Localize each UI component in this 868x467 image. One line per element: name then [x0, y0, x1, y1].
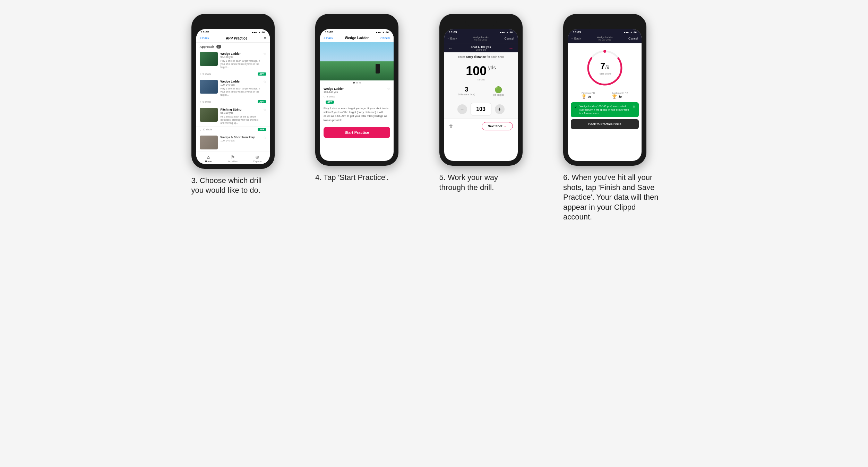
svg-point-2 [603, 50, 606, 53]
target-yds-row: 100 yds [444, 65, 518, 77]
phone4-time: 13:02 [325, 31, 333, 34]
drill-thumb-3 [200, 136, 218, 149]
caption3-number: 3. [191, 176, 198, 185]
shot-value[interactable]: 103 [471, 103, 491, 115]
tab-home[interactable]: ⌂ Home [196, 154, 221, 163]
next-shot-arrow[interactable]: → [509, 45, 514, 51]
drill-star-1[interactable]: ☆ [263, 80, 266, 84]
phone3-time: 13:02 [201, 31, 209, 34]
phone4-status-bar: 13:02 ●●● ▲ 46 [320, 29, 394, 35]
drill-item-2[interactable]: Pitching String 55-100 yds Hit 1 shot at… [196, 106, 270, 127]
next-shot-arrow-icon: → [504, 124, 507, 128]
phone4-status-icons: ●●● ▲ 46 [376, 31, 389, 34]
dot-1 [353, 82, 355, 84]
signal-icon-4: ●●● [376, 31, 381, 34]
clock-icon-d: ○ [324, 95, 325, 98]
phone6-status-icons: ●●● ▲ 46 [624, 31, 637, 34]
phone4-navbar: < Back Wedge Ladder Cancel [320, 35, 394, 42]
drill-shots-0: ○ 9 shots [200, 72, 211, 76]
phone4-back[interactable]: < Back [324, 36, 333, 40]
signal-icon-6: ●●● [624, 31, 629, 34]
delete-shot-icon[interactable]: 🗑 [449, 124, 453, 129]
next-shot-bar: 🗑 Next Shot → [444, 118, 518, 134]
shot-score: Score 5/9 [471, 49, 491, 51]
next-shot-button[interactable]: Next Shot → [482, 122, 513, 130]
drill-shots-2: ○ 10 shots [200, 128, 213, 131]
phone6-cancel[interactable]: Cancel [628, 37, 638, 40]
stat-hit-target: 🟢 Hit Target [493, 86, 504, 96]
drill-thumb-img-3 [200, 136, 218, 149]
phone5-screen: 13:03 ●●● ▲ 46 < Back Wedge Ladder 06 Ma… [444, 29, 518, 161]
phone5-time: 13:03 [449, 31, 457, 34]
drill-star-0[interactable]: ☆ [263, 52, 266, 56]
phone5-notch [465, 19, 497, 26]
success-close-icon[interactable]: ✕ [633, 105, 635, 109]
drill-star-2[interactable]: ☆ [263, 108, 266, 112]
phone4-nav-title: Wedge Ladder [345, 36, 369, 40]
phone3-caption: 3. Choose which drill you would like to … [191, 176, 275, 196]
score-circle: 7/9 Total Score [586, 49, 624, 87]
drill-thumb-1 [200, 80, 218, 94]
phone3-status-icons: ●●● ▲ 46 [252, 31, 265, 34]
drill-thumb-img-2 [200, 108, 218, 122]
caption5-text: Work your way through the drill. [439, 173, 498, 192]
back-drills-button[interactable]: Back to Practice Drills [571, 119, 639, 129]
phone3-menu-icon[interactable]: ≡ [264, 36, 266, 40]
target-yds-value: 100 [466, 64, 487, 78]
phone4-cancel[interactable]: Cancel [380, 36, 390, 40]
drill-badge-1: APP [258, 100, 266, 103]
tab-activities[interactable]: ⚑ Activities [221, 154, 245, 163]
phone3-back[interactable]: < Back [200, 36, 209, 40]
score-text: 7/9 Total Score [598, 61, 611, 75]
signal-icon: ●●● [252, 31, 257, 34]
battery-icon: 46 [262, 31, 265, 34]
success-check-icon: ✓ [574, 105, 577, 109]
phone5-navbar: < Back Wedge Ladder 06 Mar 2023 Cancel [444, 35, 518, 43]
caption4-number: 4. [315, 173, 321, 182]
decrement-button[interactable]: − [457, 104, 467, 114]
caption4-text: Tap 'Start Practice'. [324, 173, 389, 182]
hit-target-label: Hit Target [493, 94, 504, 96]
shot-navigation: ← Shot 1, 100 yds Score 5/9 → [444, 43, 518, 52]
phone3-section-tag: Approach 7 [196, 43, 270, 50]
drill-info-0: Wedge Ladder 50-100 yds Play 1 shot at e… [221, 52, 260, 69]
caption5-number: 5. [439, 173, 446, 182]
phone3: 13:02 ●●● ▲ 46 < Back APP Practice ≡ App… [191, 14, 275, 169]
tab-capture[interactable]: ⊕ Capture [245, 154, 270, 163]
drill-star-3[interactable]: ☆ [263, 136, 266, 139]
page-wrapper: 13:02 ●●● ▲ 46 < Back APP Practice ≡ App… [191, 14, 677, 222]
phone4-screen: 13:02 ●●● ▲ 46 < Back Wedge Ladder Cance… [320, 29, 394, 161]
phone3-nav-title: APP Practice [226, 36, 247, 40]
increment-button[interactable]: + [495, 104, 505, 114]
drill-item-3[interactable]: Wedge & Short Iron Play 100-140 yds ☆ [196, 133, 270, 152]
phone5-back[interactable]: < Back [448, 37, 457, 40]
previous-pb-value: 🏆 -/9 [582, 94, 595, 99]
carry-instruction: Enter carry distance for each shot [444, 52, 518, 61]
phone4-caption: 4. Tap 'Start Practice'. [315, 173, 389, 183]
previous-pb: Previous PB 🏆 -/9 [582, 92, 595, 99]
phone5-nav-center: Wedge Ladder 06 Mar 2023 [473, 36, 489, 41]
last-month-pb: Last month PB 🏆 -/9 [612, 92, 628, 99]
prev-shot-arrow[interactable]: ← [448, 45, 453, 51]
stat-diff-value: 3 [458, 86, 475, 93]
start-practice-button[interactable]: Start Practice [324, 127, 390, 138]
detail-star[interactable]: ☆ [387, 87, 390, 104]
phone6-navbar: < Back Wedge Ladder 06 Mar 2023 Cancel [568, 35, 642, 43]
capture-icon: ⊕ [255, 154, 259, 160]
trophy-icon-2: 🏆 [612, 94, 617, 99]
phone4-section: 13:02 ●●● ▲ 46 < Back Wedge Ladder Cance… [315, 14, 429, 183]
phone6-nav-center: Wedge Ladder 06 Mar 2023 [597, 36, 613, 41]
wifi-icon-5: ▲ [506, 31, 509, 34]
dot-3 [359, 82, 361, 84]
phone3-status-bar: 13:02 ●●● ▲ 46 [196, 29, 270, 35]
phone5-cancel[interactable]: Cancel [504, 37, 514, 40]
phone6-back[interactable]: < Back [571, 37, 581, 40]
drill-item-1[interactable]: Wedge Ladder 100-140 yds Play 1 shot at … [196, 78, 270, 99]
drill-item-0[interactable]: Wedge Ladder 50-100 yds Play 1 shot at e… [196, 50, 270, 71]
drill-info-3: Wedge & Short Iron Play 100-140 yds [221, 136, 260, 142]
phone5: 13:03 ●●● ▲ 46 < Back Wedge Ladder 06 Ma… [439, 14, 523, 166]
drill-info-1: Wedge Ladder 100-140 yds Play 1 shot at … [221, 80, 260, 96]
section-label: Approach [200, 45, 214, 49]
phone3-screen: 13:02 ●●● ▲ 46 < Back APP Practice ≡ App… [196, 29, 270, 164]
drill-name-0: Wedge Ladder [221, 52, 260, 55]
